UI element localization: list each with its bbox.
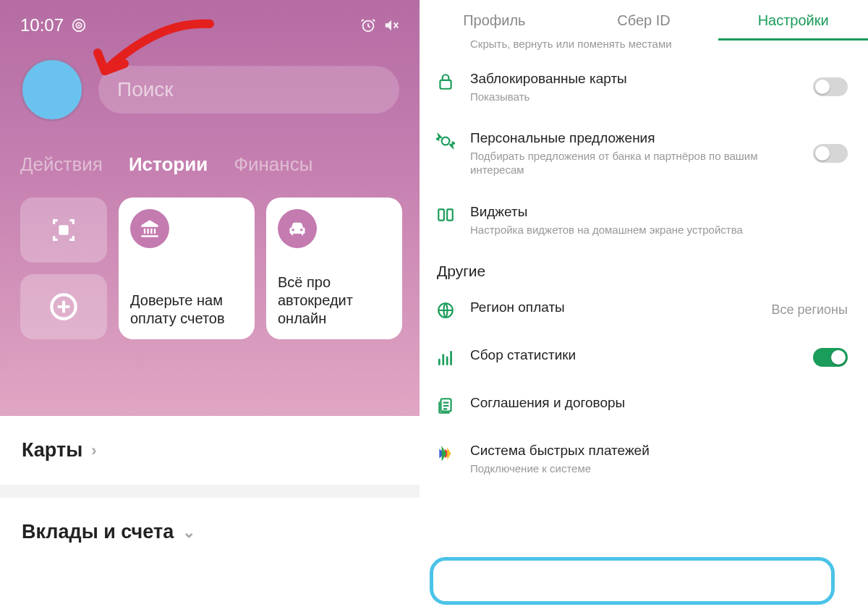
home-bottom: Карты › Вклады и счета ⌄ [0,416,420,566]
svg-rect-4 [59,225,68,234]
setting-sub: Настройка виджетов на домашнем экране ус… [470,223,848,237]
annotation-highlight [430,557,835,605]
mute-icon [383,17,399,33]
qr-icon [49,216,78,245]
settings-tabs: Профиль Сбер ID Настройки [420,0,868,42]
svg-rect-6 [440,80,451,89]
section-deposits-label: Вклады и счета [22,521,174,543]
section-cards-label: Карты [22,439,82,462]
tab-sberid[interactable]: Сбер ID [569,0,719,41]
svg-rect-9 [447,209,453,220]
home-tabs: Действия Истории Финансы [20,153,399,176]
sbp-icon [435,443,456,464]
widgets-icon [435,205,456,225]
settings-screen: Профиль Сбер ID Настройки Скрыть, вернут… [420,0,868,612]
setting-blocked-cards[interactable]: Заблокированные карты Показывать [420,57,868,116]
setting-widgets[interactable]: Виджеты Настройка виджетов на домашнем э… [420,190,868,250]
setting-title: Соглашения и договоры [470,394,848,412]
search-placeholder: Поиск [117,78,174,101]
toggle-personal-offers[interactable] [813,144,848,163]
setting-stats[interactable]: Сбор статистики [420,333,868,381]
setting-title: Персональные предложения [470,129,799,148]
story-card-autocredit[interactable]: Всё про автокредит онлайн [266,197,402,339]
setting-title: Сбор статистики [470,347,799,365]
car-icon [278,209,317,248]
home-header-area: 10:07 Поиск Действия Истории Финансы [0,0,420,416]
lock-icon [435,72,456,92]
svg-rect-8 [438,209,444,220]
plus-circle-icon [49,292,78,321]
chevron-down-icon: ⌄ [182,523,195,542]
setting-title: Виджеты [470,203,848,221]
section-other: Другие [420,250,868,286]
candy-icon [435,131,456,151]
tab-actions[interactable]: Действия [20,153,103,176]
section-cards[interactable]: Карты › [22,416,398,485]
bank-icon [130,209,169,248]
document-icon [435,396,456,416]
toggle-stats[interactable] [813,348,848,367]
story-text: Всё про автокредит онлайн [278,273,391,328]
tab-settings[interactable]: Настройки [718,0,868,41]
setting-value: Все регионы [771,302,848,318]
search-input[interactable]: Поиск [98,66,399,114]
setting-sbp[interactable]: Система быстрых платежей Подключение к с… [420,429,868,488]
setting-sub: Показывать [470,90,799,104]
setting-sub: Подключение к системе [470,462,848,476]
setting-title: Заблокированные карты [470,70,799,88]
home-screen: 10:07 Поиск Действия Истории Финансы [0,0,420,612]
section-divider [0,485,420,498]
avatar[interactable] [20,58,84,122]
tab-finance[interactable]: Финансы [234,153,312,176]
svg-point-2 [78,25,80,27]
section-deposits[interactable]: Вклады и счета ⌄ [22,498,398,566]
qr-scan-button[interactable] [20,197,107,263]
setting-title: Система быстрых платежей [470,442,848,460]
setting-agreements[interactable]: Соглашения и договоры [420,381,868,429]
svg-point-7 [442,137,450,145]
chevron-right-icon: › [91,441,96,460]
status-time: 10:07 [20,15,64,35]
tab-stories[interactable]: Истории [129,153,208,176]
status-bar: 10:07 [20,0,399,45]
story-card-bills[interactable]: Доверьте нам оплату счетов [119,197,255,339]
setting-personal-offers[interactable]: Персональные предложения Подбирать предл… [420,116,868,190]
setting-sub: Подбирать предложения от банка и партнёр… [470,149,799,177]
globe-icon [435,300,456,320]
stories-row: Доверьте нам оплату счетов Всё про авток… [20,197,399,339]
alarm-clock-icon [360,17,376,33]
setting-region[interactable]: Регион оплаты Все регионы [420,286,868,333]
story-text: Доверьте нам оплату счетов [130,292,243,328]
setting-title: Регион оплаты [470,299,757,317]
alarm-target-icon [71,17,87,33]
stats-icon [435,348,456,368]
add-button[interactable] [20,274,107,339]
tab-profile[interactable]: Профиль [420,0,569,41]
toggle-blocked-cards[interactable] [813,77,848,96]
